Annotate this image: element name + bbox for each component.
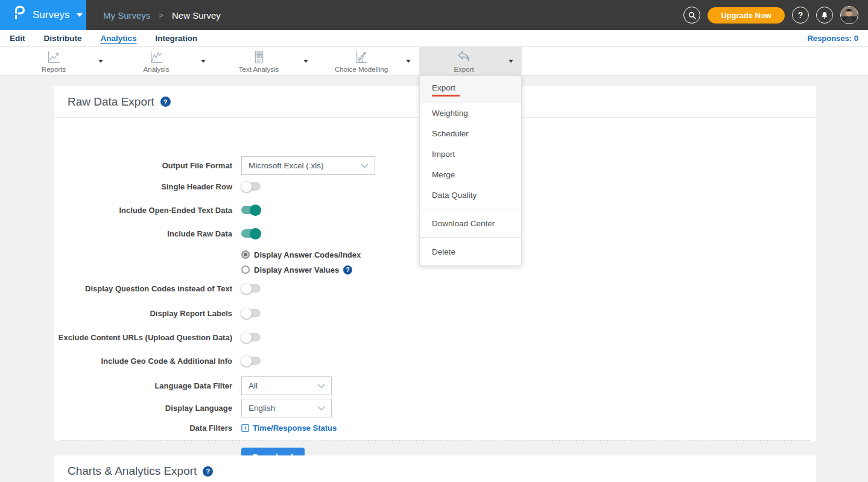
exclude-content-urls-label: Exclude Content URLs (Upload Question Da… [54, 333, 232, 342]
trend-chart-icon [148, 49, 164, 65]
chevron-down-icon[interactable] [201, 60, 206, 63]
menu-item-scheduler[interactable]: Scheduler [420, 123, 521, 144]
menu-divider [420, 237, 521, 238]
display-language-label: Display Language [54, 404, 232, 413]
include-geo-code-label: Include Geo Code & Additional Info [54, 357, 232, 366]
tab-analytics[interactable]: Analytics [101, 33, 137, 44]
menu-item-label: Export [432, 83, 455, 92]
product-switcher[interactable]: Surveys [0, 0, 86, 30]
select-value: English [249, 404, 275, 413]
help-icon[interactable]: ? [160, 97, 171, 107]
toolbar-item-choice-modelling[interactable]: Choice Modelling [317, 47, 419, 75]
analytics-toolbar: Reports Analysis Text Ana [0, 47, 868, 75]
breadcrumb-my-surveys[interactable]: My Surveys [103, 10, 150, 21]
export-dropdown-menu: Export Weighting Scheduler Import Merge … [419, 75, 522, 266]
menu-item-export[interactable]: Export [420, 76, 521, 103]
chevron-down-icon[interactable] [98, 60, 103, 63]
toolbar-item-reports[interactable]: Reports [9, 47, 112, 75]
help-button[interactable]: ? [792, 7, 809, 24]
toggle-knob [250, 228, 261, 239]
help-icon[interactable]: ? [203, 466, 213, 477]
include-open-ended-toggle[interactable] [241, 206, 261, 214]
top-bar: Surveys My Surveys > New Survey Upgrade … [0, 0, 868, 30]
chevron-down-icon[interactable] [508, 60, 513, 63]
user-avatar[interactable] [840, 6, 858, 24]
chevron-down-icon [361, 163, 369, 168]
menu-item-delete[interactable]: Delete [420, 241, 521, 262]
menu-item-weighting[interactable]: Weighting [420, 103, 521, 123]
single-header-row-toggle[interactable] [241, 182, 261, 191]
toggle-knob [241, 308, 252, 319]
breadcrumb-separator: > [159, 11, 163, 20]
toggle-knob [241, 283, 252, 294]
chevron-down-icon[interactable] [303, 60, 308, 63]
chevron-down-icon [317, 406, 325, 411]
time-response-status-link[interactable]: Time/Response Status [253, 423, 337, 433]
document-grid-icon [251, 49, 267, 65]
chevron-down-icon[interactable] [406, 60, 411, 63]
product-name: Surveys [33, 9, 69, 21]
breadcrumb-current-survey: New Survey [172, 10, 221, 21]
toggle-knob [241, 181, 252, 192]
language-data-filter-select[interactable]: All [241, 376, 332, 395]
include-open-ended-label: Include Open-Ended Text Data [54, 206, 232, 215]
language-data-filter-label: Language Data Filter [54, 381, 232, 390]
topbar-actions: Upgrade Now ? [683, 6, 868, 24]
toolbar-item-text-analysis[interactable]: Text Analysis [214, 47, 317, 75]
bell-icon [820, 11, 829, 20]
avatar-photo-icon [841, 7, 857, 23]
toggle-knob [241, 355, 252, 367]
radio-display-answer-values[interactable] [241, 265, 250, 274]
breadcrumb: My Surveys > New Survey [103, 10, 221, 21]
radio-label: Display Answer Codes/Index [254, 250, 361, 259]
survey-tab-bar: Edit Distribute Analytics Integration Re… [0, 30, 868, 47]
chevron-down-icon [317, 384, 325, 388]
toolbar-item-export[interactable]: Export [419, 47, 522, 75]
toolbar-label: Text Analysis [239, 66, 279, 73]
menu-item-merge[interactable]: Merge [420, 164, 521, 185]
form-footer-divider [60, 440, 810, 441]
tab-integration[interactable]: Integration [156, 33, 198, 44]
output-file-format-select[interactable]: Microsoft Excel (.xls) [241, 156, 375, 175]
questionpro-logo-icon [13, 5, 27, 25]
exclude-content-urls-toggle[interactable] [241, 333, 261, 341]
menu-item-download-center[interactable]: Download Center [420, 213, 521, 233]
display-language-select[interactable]: English [241, 399, 332, 417]
toggle-knob [241, 332, 252, 343]
menu-item-data-quality[interactable]: Data Quality [420, 185, 521, 205]
include-raw-data-toggle[interactable] [241, 229, 261, 238]
toolbar-label: Analysis [144, 66, 169, 73]
share-arrow-icon [456, 49, 472, 65]
display-report-labels-toggle[interactable] [241, 309, 261, 317]
charts-analytics-export-card: Charts & Analytics Export ? [54, 455, 816, 482]
include-raw-data-label: Include Raw Data [54, 229, 232, 238]
toggle-knob [250, 205, 261, 216]
toolbar-label: Choice Modelling [335, 66, 388, 73]
include-geo-code-toggle[interactable] [241, 357, 261, 365]
display-question-codes-label: Display Question Codes instead of Text [54, 284, 232, 293]
section-title: Charts & Analytics Export [68, 465, 197, 478]
menu-divider [420, 209, 521, 209]
select-value: All [249, 381, 258, 390]
chevron-down-icon [77, 13, 83, 17]
plus-square-icon[interactable] [241, 424, 249, 432]
toolbar-item-analysis[interactable]: Analysis [112, 47, 214, 75]
question-mark-icon: ? [798, 10, 803, 20]
tab-edit[interactable]: Edit [10, 33, 25, 44]
upgrade-now-button[interactable]: Upgrade Now [708, 7, 785, 24]
output-file-format-label: Output File Format [54, 161, 232, 170]
radio-label: Display Answer Values [254, 265, 339, 274]
line-chart-icon [46, 49, 62, 65]
responses-count[interactable]: Responses: 0 [807, 34, 858, 43]
search-icon [688, 11, 697, 20]
radio-display-answer-codes[interactable] [241, 250, 250, 259]
notifications-button[interactable] [816, 7, 833, 24]
help-icon[interactable]: ? [343, 265, 352, 274]
scatter-chart-icon [353, 49, 369, 65]
display-question-codes-toggle[interactable] [241, 284, 261, 293]
menu-item-import[interactable]: Import [420, 144, 521, 164]
tab-distribute[interactable]: Distribute [44, 33, 82, 44]
selected-item-underline [432, 95, 460, 97]
search-button[interactable] [683, 7, 700, 24]
data-filters-label: Data Filters [54, 423, 232, 433]
